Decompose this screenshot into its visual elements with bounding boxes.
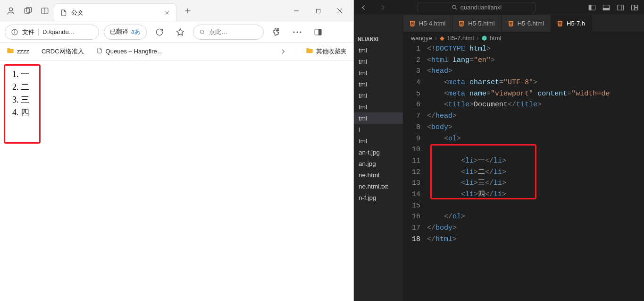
editor-tab[interactable]: H5-6.html: [502, 15, 551, 32]
explorer-item[interactable]: an.jpg: [354, 158, 403, 169]
address-path: D:/qiandu…: [42, 28, 93, 35]
svg-point-15: [14, 30, 15, 31]
svg-line-24: [455, 8, 457, 9]
code-editor[interactable]: 123456789101112131415161718 <!DOCTYPE ht…: [403, 43, 644, 301]
tab-title: 公文: [71, 9, 159, 17]
explorer-item[interactable]: tml: [354, 78, 403, 90]
browser-toolbar: 文件 D:/qiandu… 已翻译 aあ: [0, 22, 353, 43]
svg-point-18: [293, 31, 294, 33]
explorer-item[interactable]: tml: [354, 101, 403, 112]
svg-rect-26: [589, 5, 591, 10]
explorer-item[interactable]: ne.html.txt: [354, 181, 403, 192]
explorer-item[interactable]: tml: [354, 112, 403, 124]
breadcrumb[interactable]: wangye › ◆ H5-7.html › ⬢ html: [403, 32, 644, 43]
layout-panel-button[interactable]: [601, 2, 612, 13]
explorer-item[interactable]: tml: [354, 56, 403, 67]
breadcrumb-file: H5-7.html: [447, 34, 474, 42]
svg-rect-31: [631, 5, 634, 10]
list-item: 四: [21, 106, 345, 119]
refresh-button[interactable]: [151, 24, 167, 40]
explorer-sidebar: NLIANXI tmltmltmltmltmltmltmlltmlan-t.jp…: [354, 15, 403, 301]
nav-back-button[interactable]: [358, 1, 370, 14]
file-icon: [96, 47, 103, 55]
editor-tab[interactable]: H5-7.h: [551, 15, 592, 32]
bookmark-folder-zzzz[interactable]: zzzz: [4, 46, 32, 57]
html5-icon: [557, 20, 563, 27]
svg-rect-22: [318, 29, 321, 35]
bookmarks-overflow-button[interactable]: [277, 47, 289, 56]
search-icon: [452, 4, 458, 10]
code-line[interactable]: <ol>: [427, 133, 644, 145]
explorer-section-header[interactable]: NLIANXI: [354, 34, 403, 44]
svg-rect-1: [25, 9, 30, 14]
code-line[interactable]: <!DOCTYPE html>: [427, 43, 644, 55]
code-line[interactable]: </body>: [427, 223, 644, 234]
symbol-icon: ⬢: [482, 34, 487, 42]
html5-icon: ◆: [440, 34, 444, 42]
explorer-item[interactable]: l: [354, 124, 403, 135]
search-icon: [199, 28, 205, 36]
translate-lang-icon: aあ: [131, 28, 141, 36]
new-tab-button[interactable]: [180, 3, 195, 18]
ordered-list: 一二三四: [8, 68, 345, 119]
browser-tab[interactable]: 公文: [54, 3, 176, 21]
layout-sidebar-right-button[interactable]: [615, 2, 626, 13]
search-input[interactable]: [209, 28, 258, 35]
explorer-item[interactable]: tml: [354, 44, 403, 56]
explorer-item[interactable]: tml: [354, 67, 403, 78]
code-line[interactable]: [427, 200, 644, 212]
explorer-item[interactable]: tml: [354, 90, 403, 101]
explorer-item[interactable]: tml: [354, 135, 403, 146]
editor-tab[interactable]: H5-4.html: [403, 15, 452, 32]
address-bar[interactable]: 文件 D:/qiandu…: [5, 25, 99, 40]
bookmark-hangfire[interactable]: Queues – Hangfire…: [93, 46, 166, 57]
annotation-highlight-browser: [4, 64, 41, 144]
code-line[interactable]: <html lang="en">: [427, 55, 644, 66]
explorer-item[interactable]: an-t.jpg: [354, 146, 403, 158]
profile-button[interactable]: [3, 3, 19, 19]
layout-customize-button[interactable]: [629, 2, 640, 13]
code-line[interactable]: <head>: [427, 66, 644, 77]
code-area[interactable]: <!DOCTYPE html><html lang="en"><head> <m…: [427, 43, 644, 301]
divider: [38, 28, 39, 36]
code-line[interactable]: <meta name="viewport" content="width=de: [427, 88, 644, 100]
command-center-text: quanduanlianxi: [460, 4, 502, 11]
minimize-button[interactable]: [285, 0, 307, 22]
explorer-item[interactable]: n-f.jpg: [354, 192, 403, 203]
extensions-button[interactable]: [268, 24, 284, 40]
bookmark-folder-other[interactable]: 其他收藏夹: [303, 46, 350, 57]
code-line[interactable]: <body>: [427, 122, 644, 133]
close-tab-button[interactable]: [163, 9, 171, 17]
sidebar-toggle-button[interactable]: [310, 24, 326, 40]
code-line[interactable]: </head>: [427, 111, 644, 122]
vscode-titlebar: quanduanlianxi: [354, 0, 644, 15]
editor-group: H5-4.htmlH5-5.htmlH5-6.htmlH5-7.h wangye…: [403, 15, 644, 301]
svg-rect-29: [617, 5, 623, 10]
favorite-button[interactable]: [172, 24, 188, 40]
code-line[interactable]: <meta charset="UTF-8">: [427, 77, 644, 88]
svg-rect-10: [316, 9, 320, 13]
svg-point-23: [452, 5, 456, 9]
command-center[interactable]: quanduanlianxi: [418, 2, 535, 13]
bookmark-label: CRDC网络准入: [42, 47, 84, 56]
divider: [296, 47, 296, 56]
site-info-icon[interactable]: [11, 28, 18, 36]
maximize-button[interactable]: [307, 0, 329, 22]
splitscreen-button[interactable]: [37, 3, 53, 19]
layout-sidebar-left-button[interactable]: [586, 2, 598, 13]
nav-forward-button[interactable]: [376, 1, 389, 14]
breadcrumb-symbol: html: [490, 34, 502, 42]
bookmark-crdc[interactable]: CRDC网络准入: [39, 46, 87, 57]
code-line[interactable]: </html>: [427, 234, 644, 245]
code-line[interactable]: <title>Document</title>: [427, 99, 644, 111]
explorer-item[interactable]: ne.html: [354, 169, 403, 181]
translate-chip[interactable]: 已翻译 aあ: [104, 25, 147, 40]
workspaces-button[interactable]: [20, 3, 36, 19]
list-item: 一: [21, 68, 345, 81]
toolbar-search[interactable]: [193, 25, 264, 40]
more-button[interactable]: [289, 24, 305, 40]
svg-rect-33: [635, 8, 638, 10]
editor-tab[interactable]: H5-5.html: [452, 15, 502, 32]
code-line[interactable]: </ol>: [427, 211, 644, 223]
close-window-button[interactable]: [329, 0, 351, 22]
